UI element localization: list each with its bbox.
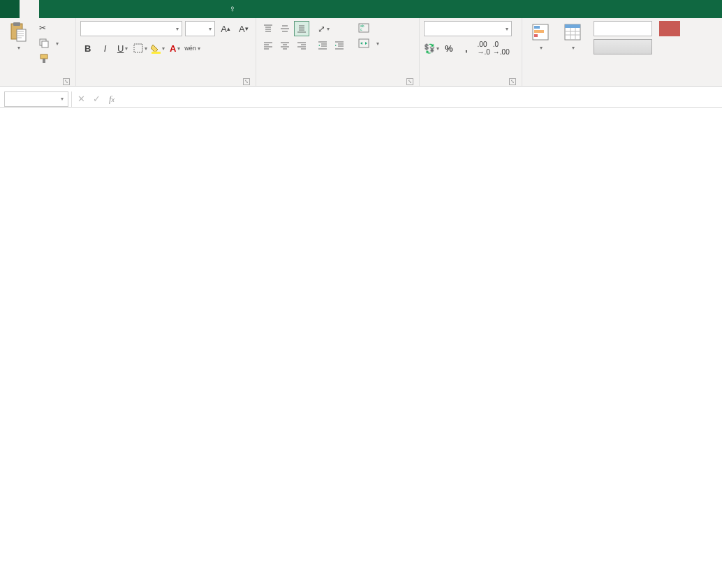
tab-view[interactable] — [137, 0, 156, 18]
format-as-table-button[interactable]: ▾ — [559, 21, 587, 52]
group-styles: ▾ ▾ — [522, 18, 722, 86]
ribbon: ▾ ✂ ▾ ⤡ ▾ ▾ A▴ — [0, 18, 722, 87]
brush-icon — [39, 54, 49, 64]
italic-button[interactable]: I — [98, 41, 113, 56]
cell-style-check[interactable] — [594, 39, 652, 54]
bulb-icon: ♀ — [229, 3, 236, 14]
copy-button[interactable]: ▾ — [36, 36, 61, 50]
formula-input[interactable] — [119, 92, 722, 106]
align-group-label: ⤡ — [260, 73, 415, 86]
svg-rect-7 — [134, 44, 142, 52]
cut-button[interactable]: ✂ — [36, 21, 61, 35]
group-alignment: ⤢▾ abc ▾ ⤡ — [256, 18, 420, 86]
font-size-select[interactable]: ▾ — [185, 21, 216, 36]
tab-dev[interactable] — [156, 0, 176, 18]
increase-decimal-button[interactable]: .00→.0 — [476, 41, 492, 56]
percent-button[interactable]: % — [441, 41, 457, 56]
border-button[interactable]: ▾ — [133, 41, 148, 56]
svg-rect-6 — [43, 59, 45, 63]
tab-review[interactable] — [117, 0, 137, 18]
decrease-decimal-button[interactable]: .0→.00 — [494, 41, 509, 56]
ribbon-tabs: ♀ — [0, 0, 722, 18]
align-top-button[interactable] — [260, 21, 276, 36]
clipboard-group-label: ⤡ — [4, 73, 71, 86]
merge-icon — [358, 38, 369, 48]
grow-font-button[interactable]: A▴ — [218, 21, 233, 36]
scissors-icon: ✂ — [39, 23, 46, 33]
wrap-icon: abc — [358, 23, 369, 33]
group-clipboard: ▾ ✂ ▾ ⤡ — [0, 18, 76, 86]
cond-format-icon — [531, 22, 550, 42]
group-number: ▾ 💱▾ % , .00→.0 .0→.00 ⤡ — [420, 18, 522, 86]
styles-group-label — [526, 73, 718, 86]
comma-button[interactable]: , — [459, 41, 474, 56]
svg-rect-15 — [534, 30, 544, 33]
clipboard-launcher[interactable]: ⤡ — [63, 78, 70, 85]
tab-help[interactable] — [176, 0, 196, 18]
paste-icon — [8, 22, 28, 42]
merge-center-button[interactable]: ▾ — [355, 36, 382, 50]
tab-home[interactable] — [20, 0, 39, 18]
table-style-icon — [563, 22, 582, 42]
wrap-text-button[interactable]: abc — [355, 21, 382, 35]
cancel-formula-button[interactable]: ✕ — [73, 92, 89, 106]
shrink-font-button[interactable]: A▾ — [236, 21, 251, 36]
number-group-label: ⤡ — [424, 73, 517, 86]
cell-style-normal[interactable] — [594, 21, 652, 36]
svg-rect-5 — [40, 54, 47, 59]
copy-icon — [39, 38, 49, 48]
svg-rect-1 — [13, 22, 20, 26]
font-launcher[interactable]: ⤡ — [243, 78, 250, 85]
font-group-label: ⤡ — [80, 73, 251, 86]
tab-insert[interactable] — [39, 0, 59, 18]
decrease-indent-button[interactable] — [315, 38, 330, 53]
svg-rect-8 — [152, 52, 161, 54]
tab-formula[interactable] — [78, 0, 98, 18]
underline-button[interactable]: U▾ — [115, 41, 131, 56]
tab-layout[interactable] — [59, 0, 78, 18]
font-color-button[interactable]: A▾ — [168, 41, 183, 56]
tab-tell-me[interactable]: ♀ — [219, 0, 248, 18]
number-launcher[interactable]: ⤡ — [509, 78, 516, 85]
name-box[interactable]: ▾ — [4, 91, 68, 107]
align-launcher[interactable]: ⤡ — [406, 78, 413, 85]
align-middle-button[interactable] — [277, 21, 293, 36]
svg-rect-4 — [42, 41, 48, 47]
align-left-button[interactable] — [260, 38, 276, 53]
align-right-button[interactable] — [294, 38, 309, 53]
fill-color-button[interactable]: ▾ — [150, 41, 165, 56]
svg-rect-16 — [534, 34, 538, 37]
paste-button[interactable]: ▾ — [4, 21, 32, 52]
format-painter-button[interactable] — [36, 52, 61, 66]
number-format-select[interactable]: ▾ — [424, 21, 512, 36]
conditional-format-button[interactable]: ▾ — [526, 21, 554, 52]
align-bottom-button[interactable] — [294, 21, 309, 36]
increase-indent-button[interactable] — [332, 38, 347, 53]
bold-button[interactable]: B — [80, 41, 96, 56]
formula-bar: ▾ ✕ ✓ fx — [0, 91, 722, 108]
cell-style-bad[interactable] — [659, 21, 680, 36]
font-name-select[interactable]: ▾ — [80, 21, 182, 36]
svg-rect-14 — [534, 26, 540, 29]
confirm-formula-button[interactable]: ✓ — [89, 92, 104, 106]
tab-data[interactable] — [98, 0, 117, 18]
insert-function-button[interactable]: fx — [104, 92, 119, 106]
svg-rect-18 — [565, 24, 580, 28]
group-font: ▾ ▾ A▴ A▾ B I U▾ ▾ ▾ A▾ wén▾ ⤡ — [76, 18, 256, 86]
tab-file[interactable] — [0, 0, 20, 18]
phonetic-button[interactable]: wén▾ — [185, 41, 200, 56]
align-center-button[interactable] — [277, 38, 293, 53]
tab-team[interactable] — [196, 0, 215, 18]
orientation-button[interactable]: ⤢▾ — [315, 21, 333, 36]
cell-style-explain[interactable] — [659, 39, 718, 54]
accounting-format-button[interactable]: 💱▾ — [424, 41, 439, 56]
